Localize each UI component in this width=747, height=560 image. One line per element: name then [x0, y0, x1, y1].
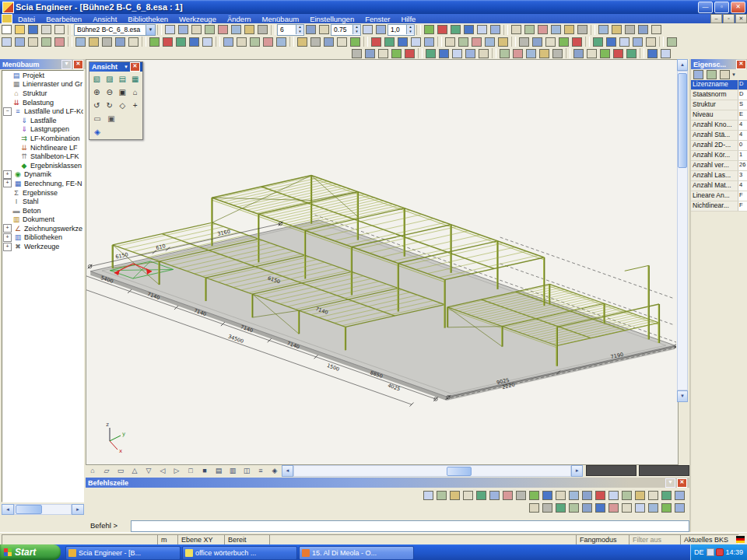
property-row[interactable]: Anzahl Stä...4 — [691, 131, 747, 141]
toolbar-icon[interactable] — [53, 37, 66, 47]
model-3d-view[interactable]: 5400714071407140714088503450090257190615… — [86, 60, 676, 463]
toolbar-icon[interactable] — [163, 24, 177, 35]
toolbar-icon[interactable] — [597, 24, 610, 35]
tree-item-calc[interactable]: +▦Berechnung, FE-N — [2, 179, 83, 188]
scale-spinner[interactable]: 6▲▼ — [277, 24, 304, 36]
toolbar-icon[interactable] — [248, 37, 261, 47]
command-toolbar-icon[interactable] — [633, 490, 647, 501]
property-value[interactable]: 1 — [738, 151, 747, 160]
view-mode-icon[interactable]: ▱ — [100, 464, 114, 477]
save-icon[interactable] — [26, 24, 40, 35]
toolbar-icon[interactable] — [174, 37, 188, 47]
command-input[interactable] — [131, 520, 689, 532]
view-mode-icon[interactable]: ▷ — [170, 464, 184, 477]
toolbar-icon[interactable] — [610, 24, 623, 35]
property-value[interactable]: D — [738, 80, 747, 89]
toolbar-icon[interactable] — [477, 48, 490, 59]
close-icon[interactable]: ✕ — [677, 478, 687, 488]
toolbar-icon[interactable] — [650, 24, 663, 35]
minimize-button[interactable]: — — [698, 2, 713, 13]
view-icon[interactable]: ▨ — [103, 72, 117, 86]
property-row[interactable]: Anzahl ver...26 — [691, 161, 747, 171]
property-row[interactable]: LizenznameD — [691, 80, 747, 90]
command-toolbar-icon[interactable] — [633, 502, 647, 513]
spin-down-icon[interactable]: ▼ — [352, 30, 360, 34]
view-icon[interactable]: ▣ — [116, 86, 129, 99]
model-canvas[interactable]: 5400714071407140714088503450090257190615… — [86, 59, 679, 465]
command-toolbar-icon[interactable] — [567, 502, 580, 513]
plus-expander-icon[interactable]: + — [3, 179, 12, 187]
toolbar-icon[interactable] — [572, 48, 585, 59]
scroll-left-icon[interactable]: ◄ — [2, 504, 14, 515]
command-toolbar-icon[interactable] — [594, 490, 607, 501]
command-toolbar-icon[interactable] — [422, 490, 435, 501]
toolbar-icon[interactable] — [483, 37, 496, 47]
toolbar-icon[interactable] — [462, 24, 475, 35]
plus-expander-icon[interactable]: + — [3, 224, 12, 233]
menutree-hscrollbar[interactable]: ◄ ► — [2, 504, 84, 515]
open-icon[interactable] — [13, 24, 26, 35]
view-mode-icon[interactable]: ▭ — [114, 464, 128, 477]
tree-item-load[interactable]: ⇊Belastung — [2, 98, 83, 107]
command-toolbar-icon[interactable] — [594, 502, 607, 513]
property-row[interactable]: Anzahl Kno...4 — [691, 121, 747, 131]
taskbar-task-0[interactable]: Scia Engineer - [B... — [65, 546, 181, 560]
command-toolbar-icon[interactable] — [435, 490, 448, 501]
command-toolbar-icon[interactable] — [647, 502, 660, 513]
toolbar-icon[interactable] — [659, 48, 672, 59]
toolbar-icon[interactable] — [531, 37, 544, 47]
toolbar-icon[interactable] — [451, 48, 464, 59]
toolbar-icon[interactable] — [201, 37, 214, 47]
property-row[interactable]: Anzahl Kör...1 — [691, 151, 747, 161]
new-file-icon[interactable] — [0, 24, 13, 35]
command-toolbar-icon[interactable] — [580, 502, 594, 513]
print-preview-icon[interactable] — [53, 24, 66, 35]
toolbar-icon[interactable] — [511, 48, 524, 59]
command-toolbar-icon[interactable] — [475, 490, 488, 501]
property-row[interactable]: NiveauE — [691, 110, 747, 121]
toolbar-icon[interactable] — [498, 48, 511, 59]
toolbar-icon[interactable] — [322, 37, 335, 47]
zoom-icon[interactable] — [576, 24, 589, 35]
command-toolbar-icon[interactable] — [501, 490, 514, 501]
toolbar-icon[interactable] — [623, 24, 637, 35]
command-toolbar-icon[interactable] — [607, 502, 620, 513]
filter-icon[interactable] — [692, 69, 705, 80]
view-icon[interactable]: ▭ — [90, 112, 104, 125]
pin-icon[interactable]: ▼ — [61, 60, 72, 69]
tray-app-icon[interactable] — [707, 548, 714, 556]
canvas-vscrollbar[interactable]: ▲ ▼ — [677, 59, 688, 399]
command-toolbar-icon[interactable] — [528, 502, 541, 513]
toolbar-icon[interactable] — [309, 37, 322, 47]
property-row[interactable]: StrukturS — [691, 100, 747, 110]
scroll-thumb[interactable] — [16, 505, 42, 514]
view-icon[interactable]: ↻ — [103, 99, 117, 112]
scroll-left-icon[interactable]: ◄ — [282, 465, 293, 477]
toolbar-icon[interactable] — [317, 24, 331, 35]
view-icon[interactable]: ▧ — [90, 72, 103, 86]
toolbar-icon[interactable] — [646, 48, 659, 59]
mdi-minimize-icon[interactable]: – — [710, 14, 722, 23]
chevron-down-icon[interactable]: ▼ — [124, 65, 128, 69]
command-toolbar-icon[interactable] — [528, 490, 541, 501]
chevron-down-icon[interactable]: ▼ — [146, 25, 155, 35]
scroll-thumb[interactable] — [678, 73, 687, 168]
toolbar-icon[interactable] — [26, 37, 40, 47]
view-mode-icon[interactable]: ⌂ — [86, 464, 100, 477]
spin-down-icon[interactable]: ▼ — [406, 30, 414, 34]
property-value[interactable]: 4 — [738, 181, 747, 191]
command-toolbar-icon[interactable] — [541, 490, 554, 501]
toolbar-icon[interactable] — [261, 37, 275, 47]
command-toolbar-icon[interactable] — [554, 490, 567, 501]
toolbar-icon[interactable] — [444, 37, 457, 47]
property-value[interactable]: 0 — [738, 141, 747, 150]
tree-item-document[interactable]: ▥Dokument — [2, 215, 83, 225]
toolbar-icon[interactable] — [457, 37, 470, 47]
toolbar-icon[interactable] — [644, 37, 658, 47]
toolbar-icon[interactable] — [409, 37, 423, 47]
view-icon[interactable]: ⌂ — [129, 86, 142, 99]
view-icon[interactable]: ◇ — [116, 99, 129, 112]
toolbar-icon[interactable] — [349, 37, 362, 47]
menu-fenster[interactable]: Fenster — [359, 15, 395, 23]
view-mode-icon[interactable]: ■ — [198, 464, 212, 477]
